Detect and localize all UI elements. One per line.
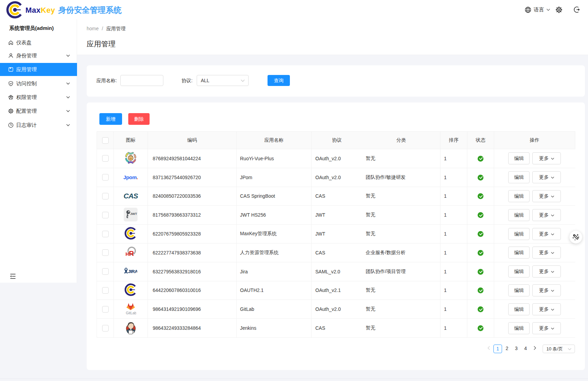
svg-text:JIRA: JIRA: [128, 269, 137, 274]
svg-text:GitLab: GitLab: [126, 311, 136, 315]
svg-text:JWT: JWT: [130, 212, 137, 216]
svg-text:H: H: [126, 251, 129, 257]
svg-text:R: R: [129, 250, 134, 257]
